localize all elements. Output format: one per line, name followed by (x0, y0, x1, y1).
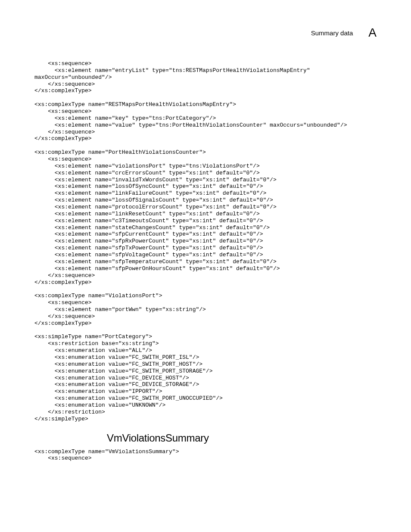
page-header: Summary data A (34, 26, 377, 40)
section-heading: VmViolationsSummary (107, 432, 377, 444)
code-block-2: <xs:complexType name="VmViolationsSummar… (34, 448, 377, 462)
header-title: Summary data (311, 29, 353, 37)
code-block-1: <xs:sequence> <xs:element name="entryLis… (34, 60, 377, 423)
page: Summary data A <xs:sequence> <xs:element… (0, 0, 411, 488)
header-section-letter: A (368, 26, 377, 40)
